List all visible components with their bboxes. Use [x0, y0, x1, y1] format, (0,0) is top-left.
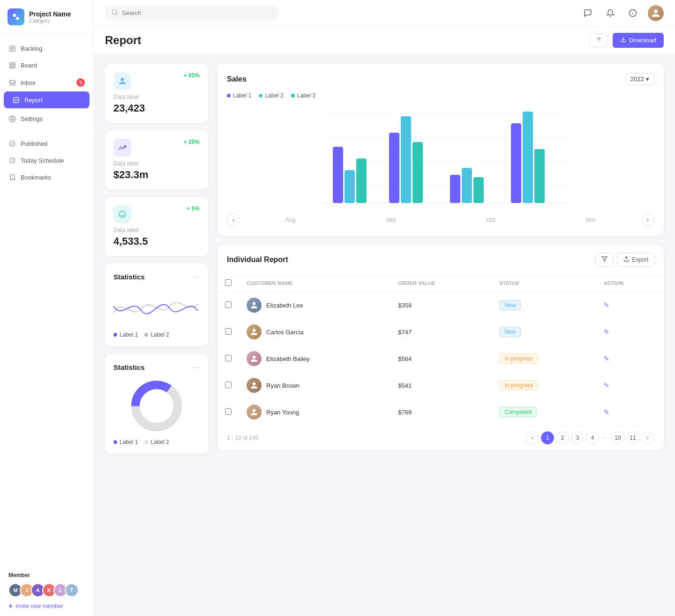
page-3-button[interactable]: 3 — [571, 431, 584, 444]
sidebar-item-published[interactable]: Published — [0, 135, 93, 152]
notifications-icon[interactable] — [603, 6, 618, 21]
messages-icon[interactable] — [580, 6, 595, 21]
sidebar-label-backlog: Backlog — [21, 45, 42, 52]
page-4-button[interactable]: 4 — [586, 431, 599, 444]
svg-rect-46 — [473, 177, 484, 203]
export-icon — [623, 256, 630, 263]
page-prev-button[interactable]: ‹ — [526, 431, 539, 444]
svg-point-27 — [119, 211, 126, 218]
member-title: Member — [8, 572, 85, 578]
export-button[interactable]: Export — [617, 253, 654, 267]
row-checkbox-cell — [218, 292, 239, 319]
svg-rect-43 — [412, 142, 423, 203]
row-checkbox[interactable] — [225, 355, 232, 361]
table-filter-button[interactable] — [595, 253, 614, 267]
stats-more-button[interactable]: ··· — [193, 272, 200, 282]
page-10-button[interactable]: 10 — [611, 431, 624, 444]
svg-marker-50 — [602, 257, 607, 262]
right-column: Sales 2022 ▾ Label 1 — [218, 64, 664, 607]
page-1-button[interactable]: 1 — [541, 431, 554, 444]
edit-button[interactable]: ✎ — [604, 408, 609, 416]
status-badge: Completed — [499, 407, 537, 417]
sidebar-item-report[interactable]: Report — [4, 91, 90, 108]
left-column: + 65% Data label 23,423 + 25% — [105, 64, 208, 607]
row-checkbox[interactable] — [225, 408, 232, 415]
page-2-button[interactable]: 2 — [556, 431, 569, 444]
year-select[interactable]: 2022 ▾ — [625, 73, 654, 85]
trend-icon — [113, 139, 131, 157]
stat-value-3: 4,533.5 — [113, 235, 200, 248]
pagination-info: 1 - 10 of 145 — [227, 435, 258, 441]
content-inner: + 65% Data label 23,423 + 25% — [94, 54, 675, 616]
svg-line-19 — [116, 13, 118, 15]
legend-line-2: Label 2 — [144, 331, 169, 338]
chevron-down-icon: ▾ — [646, 75, 649, 83]
edit-button[interactable]: ✎ — [604, 301, 609, 309]
invite-member-button[interactable]: + Invite new member — [8, 602, 85, 610]
edit-button[interactable]: ✎ — [604, 328, 609, 336]
svg-point-18 — [112, 9, 117, 14]
table-title: Individual Report — [227, 255, 288, 264]
sales-chart-card: Sales 2022 ▾ Label 1 — [218, 64, 664, 236]
legend-line-1: Label 1 — [113, 331, 138, 338]
chart-prev-button[interactable]: ‹ — [227, 213, 240, 226]
sidebar-item-today-schedule[interactable]: Today Schedule — [0, 152, 93, 169]
row-checkbox[interactable] — [225, 382, 232, 388]
sidebar-item-board[interactable]: Board — [0, 57, 93, 74]
customer-name: Carlos Garcia — [266, 329, 303, 336]
page-next-button[interactable]: › — [641, 431, 654, 444]
svg-rect-49 — [534, 149, 545, 203]
status-badge: In-progress — [499, 380, 538, 391]
page-title: Report — [105, 34, 141, 47]
doc-icon — [8, 45, 16, 52]
page-controls: ‹ 1 2 3 4 ··· 10 11 › — [526, 431, 654, 444]
table-row: Ryan Brown $541 In-progress ✎ — [218, 372, 664, 399]
chart-header: Sales 2022 ▾ — [227, 73, 654, 85]
customer-avatar — [247, 351, 262, 366]
svg-rect-44 — [450, 175, 460, 203]
user-avatar[interactable] — [648, 5, 664, 21]
stats-donut-more-button[interactable]: ··· — [193, 362, 200, 372]
customer-avatar — [247, 298, 262, 313]
search-box[interactable] — [105, 6, 278, 21]
sidebar-item-bookmarks[interactable]: Bookmarks — [0, 169, 93, 186]
edit-button[interactable]: ✎ — [604, 355, 609, 362]
action-cell: ✎ — [596, 372, 664, 399]
search-input[interactable] — [122, 9, 272, 16]
sidebar-item-backlog[interactable]: Backlog — [0, 40, 93, 57]
sidebar-label-settings: Settings — [21, 115, 43, 122]
info-icon[interactable] — [625, 6, 640, 21]
sales-legend-3: Label 3 — [291, 92, 315, 99]
svg-rect-8 — [9, 66, 11, 68]
sidebar-label-published: Published — [21, 140, 47, 147]
filter-button[interactable] — [590, 33, 608, 47]
sales-legend-1: Label 1 — [227, 92, 251, 99]
order-value-cell: $359 — [390, 292, 492, 319]
customer-avatar — [247, 324, 262, 339]
stat-value-1: 23,423 — [113, 102, 200, 114]
customer-cell: Ryan Brown — [247, 378, 383, 393]
sidebar-item-inbox[interactable]: Inbox 9 — [0, 74, 93, 91]
edit-button[interactable]: ✎ — [604, 382, 609, 389]
row-checkbox[interactable] — [225, 328, 232, 335]
line-chart-svg — [113, 287, 198, 325]
donut-container — [113, 378, 200, 434]
customer-name-cell: Elizabeth Lee — [239, 292, 390, 319]
row-checkbox[interactable] — [225, 301, 232, 308]
individual-report-card: Individual Report — [218, 245, 664, 450]
svg-rect-9 — [13, 66, 15, 68]
sales-legend-dot-3 — [291, 94, 295, 98]
row-checkbox-cell — [218, 346, 239, 372]
page-11-button[interactable]: 11 — [626, 431, 639, 444]
sales-legend-dot-2 — [259, 94, 262, 98]
filter-table-icon — [601, 256, 608, 263]
chart-next-button[interactable]: › — [641, 213, 654, 226]
download-button[interactable]: Download — [613, 33, 664, 48]
chart-legend: Label 1 Label 2 Label 3 — [227, 92, 654, 99]
sidebar-item-settings[interactable]: Settings — [0, 110, 93, 127]
table-actions: Export — [595, 253, 654, 267]
select-all-checkbox[interactable] — [225, 279, 232, 286]
sidebar-label-bookmarks: Bookmarks — [21, 174, 51, 181]
filter-icon — [596, 37, 602, 44]
stats-donut-title: Statistics — [113, 363, 145, 371]
